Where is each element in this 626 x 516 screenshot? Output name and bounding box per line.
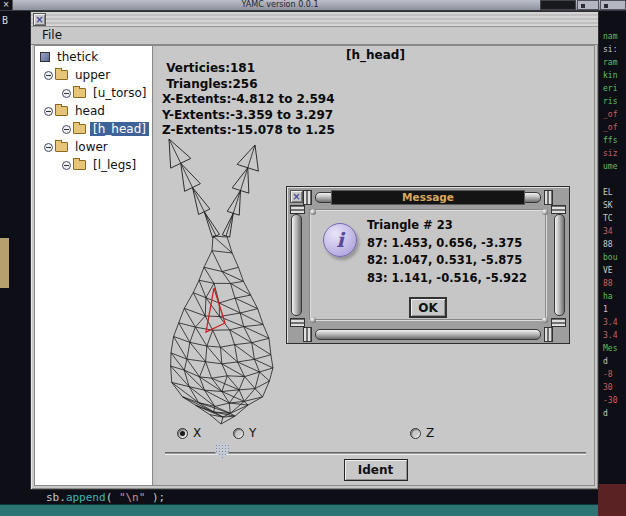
code-token: . <box>59 491 66 504</box>
app-titlebar[interactable]: × <box>31 12 598 27</box>
editor-line: 30 <box>603 381 626 394</box>
editor-line: VE <box>603 264 626 277</box>
code-line: sb.append( "\n" ); <box>46 491 165 504</box>
tree-handle-icon[interactable] <box>62 161 71 170</box>
desktop-titlebar: × YAMC version 0.0.1 <box>0 0 626 11</box>
pipe-cap <box>303 190 312 205</box>
menubar: File <box>31 27 598 45</box>
editor-line: Mes <box>603 342 626 355</box>
tree-item-l_legs[interactable]: [l_legs] <box>35 156 152 174</box>
desktop: × YAMC version 0.0.1 B namsi:ramkineriri… <box>0 0 626 516</box>
editor-line: si: <box>603 43 626 56</box>
editor-line <box>603 173 626 186</box>
editor-line: ume <box>603 160 626 173</box>
tree-item-thetick[interactable]: thetick <box>35 48 152 66</box>
stat-vertices: Verticies:181 <box>162 61 335 77</box>
pipe-cap <box>551 205 566 214</box>
editor-line: ffs <box>603 134 626 147</box>
axis-radio-group: XYZ <box>157 426 594 442</box>
radio-button-icon <box>233 428 244 439</box>
tree-item-label: lower <box>72 140 111 154</box>
mesh-wireframe[interactable] <box>159 136 294 436</box>
stat-triangles: Triangles:256 <box>162 77 335 93</box>
folder-icon <box>73 88 86 98</box>
pipe-decoration <box>554 214 565 316</box>
tree-item-label: [h_head] <box>90 122 149 136</box>
radio-button-icon <box>177 428 188 439</box>
editor-line: ris <box>603 95 626 108</box>
background-editor-text: B <box>2 15 8 26</box>
pipe-cap <box>551 318 566 327</box>
ident-button[interactable]: Ident <box>344 459 408 481</box>
stats-block: Verticies:181 Triangles:256 X-Extents:-4… <box>162 61 335 139</box>
pipe-decoration <box>315 329 541 340</box>
tree-item-label: thetick <box>54 50 101 64</box>
pipe-cap <box>290 205 305 214</box>
editor-line: d <box>603 407 626 420</box>
info-icon: i <box>323 223 357 257</box>
editor-line: 1 <box>603 303 626 316</box>
radio-x[interactable]: X <box>177 426 201 440</box>
close-icon: × <box>292 191 300 202</box>
tree-item-u_torso[interactable]: [u_torso] <box>35 84 152 102</box>
message-dialog: Message × i Triangle # 23 87: 1.453, 0.6… <box>286 186 570 344</box>
code-token: sb <box>46 491 59 504</box>
stat-y-extents: Y-Extents:-3.359 to 3.297 <box>162 108 335 124</box>
dialog-text: Triangle # 23 87: 1.453, 0.656, -3.375 8… <box>367 217 543 287</box>
radio-button-icon <box>410 428 421 439</box>
tree-handle-icon[interactable] <box>44 107 53 116</box>
radio-y[interactable]: Y <box>233 426 256 440</box>
dialog-content: i Triangle # 23 87: 1.453, 0.656, -3.375… <box>309 209 547 321</box>
editor-fringe-block <box>0 238 9 288</box>
editor-line: SK <box>603 199 626 212</box>
tree-handle-icon[interactable] <box>44 71 53 80</box>
desktop-minimize-button[interactable] <box>577 0 599 10</box>
folder-icon <box>73 160 86 170</box>
code-token: ); <box>145 491 165 504</box>
dialog-line-title: Triangle # 23 <box>367 217 543 235</box>
pipe-decoration <box>291 214 302 316</box>
tree-item-label: [u_torso] <box>90 86 150 100</box>
tree-item-lower[interactable]: lower <box>35 138 152 156</box>
editor-line: EL <box>603 186 626 199</box>
stat-x-extents: X-Extents:-4.812 to 2.594 <box>162 92 335 108</box>
menu-file[interactable]: File <box>37 27 67 44</box>
viewer-title: [h_head] <box>157 48 594 62</box>
code-token: append <box>66 491 106 504</box>
folder-icon <box>55 142 68 152</box>
editor-line: -8 <box>603 368 626 381</box>
bolt-decoration <box>310 317 316 323</box>
tree-handle-icon[interactable] <box>44 143 53 152</box>
slider-thumb[interactable] <box>215 444 229 459</box>
pipe-cap <box>290 318 305 327</box>
window-close-button[interactable]: × <box>33 13 46 26</box>
code-token: ( <box>106 491 119 504</box>
tree-handle-icon[interactable] <box>62 89 71 98</box>
radio-z[interactable]: Z <box>410 426 434 440</box>
dialog-close-button[interactable]: × <box>290 190 303 203</box>
tree-item-upper[interactable]: upper <box>35 66 152 84</box>
node-icon <box>40 52 50 62</box>
editor-line: siz <box>603 147 626 160</box>
tree-item-label: [l_legs] <box>90 158 139 172</box>
editor-statusbar <box>0 504 626 516</box>
desktop-title: YAMC version 0.0.1 <box>130 0 430 10</box>
code-token: "\n" <box>119 491 146 504</box>
tree-item-h_head[interactable]: [h_head] <box>35 120 152 138</box>
tree-handle-icon[interactable] <box>62 125 71 134</box>
desktop-maximize-button[interactable] <box>600 0 626 10</box>
pipe-cap <box>303 327 312 342</box>
editor-line: 88 <box>603 238 626 251</box>
editor-line: _of <box>603 121 626 134</box>
pipe-cap <box>544 327 553 342</box>
dialog-title: Message <box>331 190 525 205</box>
tree-item-head[interactable]: head <box>35 102 152 120</box>
tree-item-label: head <box>72 104 108 118</box>
editor-line: d <box>603 355 626 368</box>
ok-button[interactable]: OK <box>409 297 447 318</box>
editor-line: 88 <box>603 277 626 290</box>
editor-line: 3.4 <box>603 316 626 329</box>
desktop-close-button[interactable]: × <box>0 0 13 10</box>
editor-line: TC <box>603 212 626 225</box>
editor-line: kin <box>603 69 626 82</box>
